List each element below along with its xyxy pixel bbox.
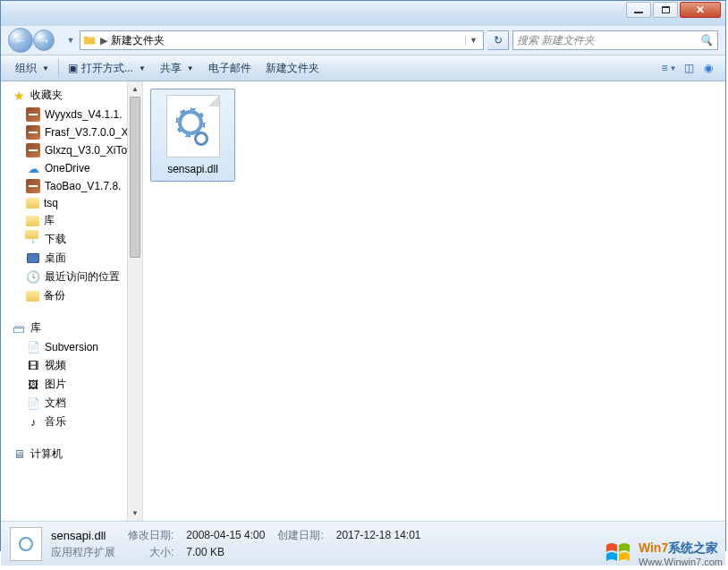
app-icon: ▣ <box>68 62 78 74</box>
details-filename: sensapi.dll <box>51 529 115 542</box>
desktop-icon <box>26 251 40 266</box>
archive-icon <box>26 125 40 140</box>
search-input[interactable]: 搜索 新建文件夹 🔍 <box>512 30 718 50</box>
forward-button[interactable]: → <box>33 30 55 51</box>
toolbar: 组织▼ ▣打开方式...▼ 共享▼ 电子邮件 新建文件夹 ≡▼ ◫ ◉ <box>1 55 725 81</box>
folder-icon <box>26 291 39 302</box>
sidebar-item-lib[interactable]: 库 <box>1 211 142 230</box>
view-icon[interactable]: ≡▼ <box>659 58 679 78</box>
address-dropdown[interactable]: ▼ <box>465 36 481 45</box>
search-icon[interactable]: 🔍 <box>699 34 714 47</box>
address-bar[interactable]: ▶ 新建文件夹 ▼ <box>80 30 484 50</box>
back-button[interactable]: ← <box>8 28 33 53</box>
address-path[interactable]: 新建文件夹 <box>111 33 465 48</box>
navigation-bar: ← → ▼ ▶ 新建文件夹 ▼ ↻ 搜索 新建文件夹 🔍 <box>1 26 725 55</box>
titlebar: ✕ <box>1 1 725 26</box>
help-icon[interactable]: ◉ <box>698 58 718 78</box>
nav-buttons: ← → <box>8 28 62 53</box>
libraries-icon: 🗃 <box>12 321 26 336</box>
details-modified-label: 修改日期: <box>128 528 174 543</box>
sidebar-item-glxzq[interactable]: Glxzq_V3.0_XiTo <box>1 141 142 159</box>
sidebar-item-pictures[interactable]: 🖼图片 <box>1 375 142 394</box>
details-created-label: 创建日期: <box>277 528 323 543</box>
sidebar-item-taobao[interactable]: TaoBao_V1.7.8. <box>1 177 142 195</box>
explorer-window: ✕ ← → ▼ ▶ 新建文件夹 ▼ ↻ 搜索 新建文件夹 🔍 组织▼ ▣打开方式… <box>0 0 726 551</box>
sidebar-item-downloads[interactable]: ↓下载 <box>1 230 142 249</box>
file-list[interactable]: sensapi.dll <box>143 81 725 521</box>
maximize-button[interactable] <box>653 2 678 18</box>
details-filetype: 应用程序扩展 <box>51 545 115 560</box>
sidebar-item-wyyxds[interactable]: Wyyxds_V4.1.1. <box>1 106 142 123</box>
open-with-button[interactable]: ▣打开方式...▼ <box>61 57 153 80</box>
search-placeholder: 搜索 新建文件夹 <box>517 33 699 48</box>
history-dropdown[interactable]: ▼ <box>65 36 76 45</box>
minimize-button[interactable] <box>626 2 651 18</box>
share-button[interactable]: 共享▼ <box>153 57 201 80</box>
file-item-sensapi[interactable]: sensapi.dll <box>150 89 235 182</box>
sidebar-item-tsq[interactable]: tsq <box>1 195 142 211</box>
doc-icon: 📄 <box>26 340 40 354</box>
close-button[interactable]: ✕ <box>680 2 721 18</box>
organize-button[interactable]: 组织▼ <box>8 57 56 80</box>
window-controls: ✕ <box>624 2 721 18</box>
sidebar-scrollbar[interactable]: ▲ ▼ <box>127 81 142 521</box>
details-size-label: 大小: <box>128 545 174 560</box>
scroll-down-button[interactable]: ▼ <box>128 506 142 521</box>
preview-pane-icon[interactable]: ◫ <box>679 58 698 78</box>
folder-icon <box>26 216 39 226</box>
archive-icon <box>26 179 40 193</box>
sidebar-item-videos[interactable]: 🎞视频 <box>1 356 142 375</box>
sidebar-item-documents[interactable]: 📄文档 <box>1 394 142 413</box>
watermark: Win7系统之家 Www.Winwin7.com <box>605 540 723 568</box>
download-icon: ↓ <box>26 233 40 247</box>
details-icon <box>10 527 42 561</box>
favorites-header[interactable]: ★ 收藏夹 <box>1 85 142 106</box>
pictures-icon: 🖼 <box>26 378 40 392</box>
sidebar-item-desktop[interactable]: 桌面 <box>1 249 142 268</box>
star-icon: ★ <box>12 89 26 103</box>
computer-header[interactable]: 🖥 计算机 <box>1 444 142 464</box>
sidebar-item-backup[interactable]: 备份 <box>1 286 142 305</box>
watermark-url: Www.Winwin7.com <box>639 557 723 567</box>
scroll-thumb[interactable] <box>130 97 140 258</box>
video-icon: 🎞 <box>26 359 40 373</box>
navigation-pane: ★ 收藏夹 Wyyxds_V4.1.1. Frasf_V3.7.0.0_X Gl… <box>1 81 143 521</box>
details-size-value: 7.00 KB <box>186 546 265 558</box>
new-folder-button[interactable]: 新建文件夹 <box>258 57 326 80</box>
details-modified-value: 2008-04-15 4:00 <box>186 529 265 541</box>
archive-icon <box>26 107 40 122</box>
folder-icon <box>82 33 97 47</box>
libraries-header[interactable]: 🗃 库 <box>1 318 142 338</box>
folder-icon <box>26 198 39 208</box>
content-area: ★ 收藏夹 Wyyxds_V4.1.1. Frasf_V3.7.0.0_X Gl… <box>1 81 725 521</box>
archive-icon <box>26 143 40 157</box>
sidebar-item-onedrive[interactable]: ☁OneDrive <box>1 159 142 177</box>
refresh-button[interactable]: ↻ <box>487 30 509 50</box>
scroll-up-button[interactable]: ▲ <box>128 81 142 97</box>
details-created-value: 2017-12-18 14:01 <box>336 529 421 541</box>
email-button[interactable]: 电子邮件 <box>201 57 258 80</box>
recent-icon: 🕓 <box>26 270 40 285</box>
path-sep-icon[interactable]: ▶ <box>100 35 107 47</box>
documents-icon: 📄 <box>26 396 40 411</box>
sidebar-item-recent[interactable]: 🕓最近访问的位置 <box>1 268 142 286</box>
music-icon: ♪ <box>26 415 40 430</box>
separator <box>58 59 59 77</box>
watermark-title: Win7系统之家 <box>639 540 723 557</box>
file-name: sensapi.dll <box>157 163 229 175</box>
computer-icon: 🖥 <box>12 447 26 462</box>
sidebar-item-frasf[interactable]: Frasf_V3.7.0.0_X <box>1 123 142 141</box>
windows-logo-icon <box>605 540 633 568</box>
onedrive-icon: ☁ <box>26 161 40 175</box>
sidebar-item-music[interactable]: ♪音乐 <box>1 413 142 431</box>
sidebar-item-subversion[interactable]: 📄Subversion <box>1 338 142 356</box>
dll-icon <box>166 95 220 157</box>
